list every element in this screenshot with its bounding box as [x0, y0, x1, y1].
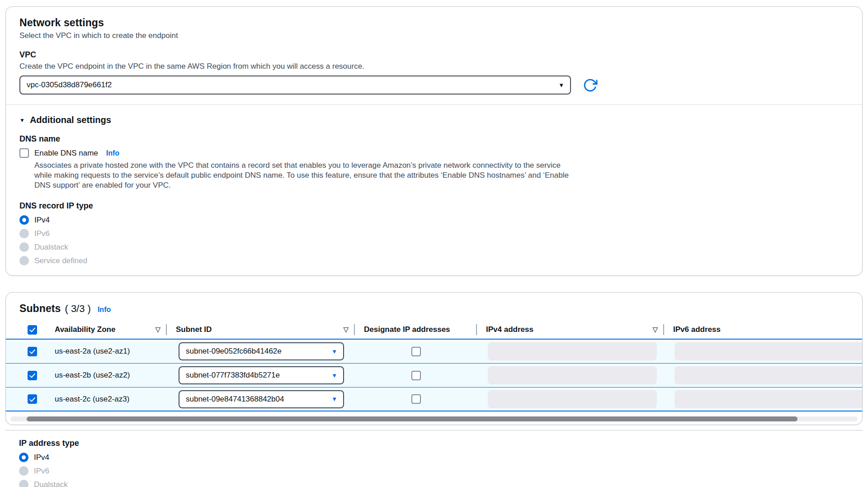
subnets-info-link[interactable]: Info: [98, 306, 111, 314]
dns-ip-type-option-dualstack: Dualstack: [19, 242, 849, 252]
ipv6-address-input: [675, 366, 862, 384]
sort-icon: ▽: [343, 326, 349, 334]
column-header-availability-zone[interactable]: Availability Zone ▽: [46, 321, 167, 339]
chevron-down-icon: ▼: [331, 373, 337, 378]
select-all-cell: [6, 321, 46, 339]
column-label: IPv4 address: [486, 325, 533, 334]
radio-disabled-icon: [19, 242, 29, 252]
radio-disabled-icon: [19, 466, 28, 476]
ipv4-address-input: [488, 390, 657, 408]
availability-zone-cell: us-east-2b (use2-az2): [46, 364, 167, 387]
designate-ip-checkbox[interactable]: [411, 347, 421, 356]
subnet-id-select[interactable]: subnet-09e84741368842b04 ▼: [179, 390, 344, 408]
ip-type-option-dualstack: Dualstack: [19, 480, 849, 487]
column-header-subnet-id[interactable]: Subnet ID ▽: [167, 321, 355, 339]
dns-name-description: Associates a private hosted zone with th…: [34, 161, 575, 190]
ipv4-address-cell: [477, 340, 664, 363]
sort-icon: ▽: [652, 326, 658, 334]
horizontal-scrollbar[interactable]: [10, 416, 858, 421]
subnet-id-cell: subnet-09e84741368842b04 ▼: [167, 388, 355, 411]
ipv6-address-cell: [664, 340, 862, 363]
subnet-id-select-value: subnet-077f7383fd4b5271e: [186, 371, 280, 380]
ip-address-type-section: IP address type IPv4 IPv6 Dualstack: [5, 430, 863, 487]
vpc-field: VPC Create the VPC endpoint in the VPC i…: [19, 50, 849, 95]
row-select-checkbox[interactable]: [28, 371, 37, 380]
chevron-down-icon: ▼: [331, 349, 337, 355]
ip-type-option-ipv6: IPv6: [19, 466, 849, 476]
additional-settings-label: Additional settings: [30, 115, 111, 125]
radio-option-label: IPv4: [34, 216, 50, 225]
designate-ip-cell: [355, 364, 477, 387]
dns-record-ip-type-group: IPv4 IPv6 Dualstack Service defined: [19, 215, 849, 265]
subnet-id-select[interactable]: subnet-077f7383fd4b5271e ▼: [179, 366, 344, 384]
subnet-id-select[interactable]: subnet-09e052fc66b41462e ▼: [179, 342, 344, 360]
refresh-icon: [583, 78, 598, 93]
network-settings-title: Network settings: [19, 17, 849, 29]
radio-option-label: Dualstack: [34, 480, 68, 487]
radio-disabled-icon: [19, 480, 28, 487]
radio-option-label: Service defined: [34, 256, 87, 265]
ip-address-type-label: IP address type: [19, 439, 849, 448]
network-settings-card: Network settings Select the VPC in which…: [5, 6, 863, 276]
designate-ip-checkbox[interactable]: [411, 371, 421, 380]
network-settings-top-section: Network settings Select the VPC in which…: [6, 7, 862, 104]
dns-record-ip-type-label: DNS record IP type: [19, 201, 849, 211]
select-all-checkbox[interactable]: [28, 325, 37, 335]
designate-ip-cell: [355, 340, 477, 363]
ipv6-address-cell: [664, 388, 862, 411]
radio-disabled-icon: [19, 229, 29, 238]
additional-settings-section: ▼ Additional settings DNS name Enable DN…: [6, 105, 862, 275]
row-select-checkbox[interactable]: [28, 394, 37, 404]
subnets-table-header-row: Availability Zone ▽ Subnet ID ▽ Designat…: [6, 321, 862, 340]
column-label: Designate IP addresses: [364, 325, 450, 334]
enable-dns-name-checkbox[interactable]: [19, 148, 29, 158]
column-header-ipv4-address[interactable]: IPv4 address ▽: [477, 321, 664, 339]
chevron-down-icon: ▼: [331, 396, 337, 402]
subnet-id-select-value: subnet-09e84741368842b04: [186, 395, 284, 404]
subnets-count: ( 3/3 ): [65, 303, 90, 315]
radio-option-label: IPv4: [34, 453, 49, 462]
availability-zone-cell: us-east-2c (use2-az3): [46, 388, 167, 411]
subnet-id-select-value: subnet-09e052fc66b41462e: [186, 347, 282, 356]
row-select-checkbox[interactable]: [28, 347, 37, 356]
ipv6-address-cell: [664, 364, 862, 387]
dns-ip-type-option-ipv6: IPv6: [19, 229, 849, 238]
subnets-table: Availability Zone ▽ Subnet ID ▽ Designat…: [6, 321, 862, 411]
additional-settings-toggle[interactable]: ▼ Additional settings: [19, 115, 849, 125]
dns-ip-type-option-ipv4[interactable]: IPv4: [19, 215, 849, 225]
subnet-table-row: us-east-2b (use2-az2) subnet-077f7383fd4…: [6, 364, 862, 388]
ipv4-address-input: [488, 342, 657, 360]
radio-disabled-icon: [19, 256, 29, 265]
scrollbar-thumb[interactable]: [27, 416, 797, 421]
subnets-header: Subnets ( 3/3 ) Info: [6, 293, 862, 321]
radio-option-label: IPv6: [34, 229, 50, 238]
radio-selected-icon: [19, 453, 28, 462]
ipv6-address-input: [675, 342, 862, 360]
availability-zone-cell: us-east-2a (use2-az1): [46, 340, 167, 363]
expander-caret-icon: ▼: [19, 117, 25, 123]
network-settings-subtitle: Select the VPC in which to create the en…: [19, 31, 849, 40]
ipv4-address-input: [488, 366, 657, 384]
refresh-button[interactable]: [581, 76, 599, 94]
chevron-down-icon: ▼: [558, 82, 564, 88]
subnet-id-cell: subnet-09e052fc66b41462e ▼: [167, 340, 355, 363]
radio-option-label: IPv6: [34, 467, 49, 476]
ipv6-address-input: [675, 390, 862, 408]
radio-selected-icon: [19, 215, 29, 225]
dns-name-info-link[interactable]: Info: [106, 149, 119, 157]
subnet-table-row: us-east-2c (use2-az3) subnet-09e84741368…: [6, 388, 862, 411]
enable-dns-name-checkbox-label: Enable DNS name: [34, 149, 98, 158]
subnet-id-cell: subnet-077f7383fd4b5271e ▼: [167, 364, 355, 387]
vpc-description: Create the VPC endpoint in the VPC in th…: [19, 62, 849, 71]
ip-type-option-ipv4[interactable]: IPv4: [19, 453, 849, 462]
column-header-ipv6-address: IPv6 address: [664, 321, 862, 339]
vpc-select[interactable]: vpc-0305d38d879e661f2 ▼: [19, 76, 571, 95]
subnets-title: Subnets: [19, 303, 61, 315]
sort-icon: ▽: [155, 326, 160, 334]
vpc-select-row: vpc-0305d38d879e661f2 ▼: [19, 76, 849, 95]
dns-ip-type-option-service-defined: Service defined: [19, 256, 849, 265]
radio-option-label: Dualstack: [34, 243, 68, 252]
designate-ip-checkbox[interactable]: [411, 394, 421, 404]
column-header-designate-ip: Designate IP addresses: [355, 321, 477, 339]
row-select-cell: [6, 340, 46, 363]
